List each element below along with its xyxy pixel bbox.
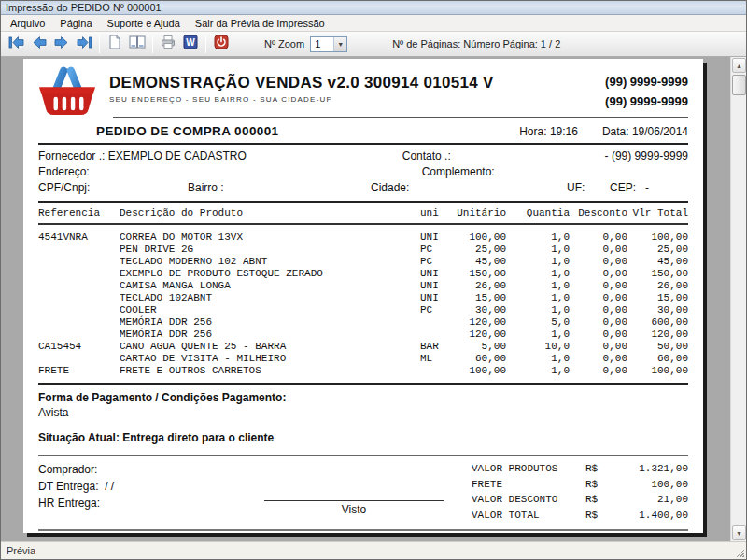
cell-vlr-total: 100,00 [627,231,688,244]
cell-uni [420,329,452,341]
dt-entrega-label: DT Entrega: / / [38,478,236,495]
cell-quantia: 1,0 [506,231,570,244]
cell-uni [420,365,452,377]
cell-desconto: 0,00 [570,341,627,353]
payment-label: Forma de Pagamento / Condições Pagamento… [38,391,688,404]
col-referencia: Referencia [38,207,120,218]
toolbar-separator [205,35,206,53]
cell-referencia: CA15454 [38,341,120,353]
toolbar-separator [99,35,100,53]
comprador-label: Comprador: [38,461,236,478]
total-currency: R$ [585,492,610,508]
total-row: VALOR TOTAL R$ 1.400,00 [472,508,688,524]
export-word-button[interactable]: W [179,35,202,54]
cell-vlr-total: 150,00 [627,268,688,280]
menu-pagina[interactable]: Página [52,17,99,30]
total-row: VALOR DESCONTO R$ 21,00 [472,492,688,508]
phone-2: (99) 9999-9999 [605,91,688,111]
cell-desconto: 0,00 [570,292,627,304]
single-page-view-button[interactable] [104,35,126,54]
scroll-up-button[interactable]: ▲ [732,58,746,73]
next-page-button[interactable] [50,35,73,54]
cell-uni: UNI [420,231,452,244]
toolbar-separator [152,35,153,53]
contato-phone: - (99) 9999-9999 [605,148,688,164]
cell-descricao: FRETE E OUTROS CARRETOS [120,365,420,377]
menu-sair-previa[interactable]: Sair da Prévia de Impressão [188,17,332,30]
zoom-label: Nº Zoom [264,38,304,49]
cell-unitario: 150,00 [452,268,506,280]
cell-uni: PC [420,256,452,268]
cell-unitario: 100,00 [452,365,506,377]
cell-uni: PC [420,244,452,256]
total-label: FRETE [472,477,585,493]
vertical-scrollbar[interactable]: ▲ ▼ [730,57,746,541]
previous-page-button[interactable] [28,35,50,54]
status-text: Prévia [7,545,35,556]
zoom-value: 1 [311,38,333,49]
document-header: DEMONSTRAÇÃO VENDAS v2.0 300914 010514 V… [38,64,688,117]
cell-descricao: TECLADO MODERNO 102 ABNT [120,256,420,268]
cell-uni: BAR [420,341,452,353]
cell-referencia [38,329,120,341]
total-value: 1.400,00 [610,508,688,524]
cell-quantia: 1,0 [506,280,570,292]
cell-desconto: 0,00 [570,329,627,341]
cell-descricao: CORREA DO MOTOR 13VX [120,231,420,244]
svg-text:W: W [186,37,195,48]
company-phones: (99) 9999-9999 (99) 9999-9999 [605,64,688,112]
cell-desconto: 0,00 [570,231,627,244]
print-button[interactable] [157,35,179,54]
cell-descricao: CAMISA MANGA LONGA [120,280,420,292]
cell-referencia [38,316,120,329]
scroll-down-button[interactable]: ▼ [732,525,746,540]
scrollbar-thumb[interactable] [732,75,746,95]
cell-unitario: 5,00 [452,341,506,353]
close-preview-button[interactable] [210,35,233,54]
app-window: Impressão do PEDIDO Nº 000001 Arquivo Pá… [0,0,747,560]
cell-unitario: 60,00 [452,353,506,365]
visto-label: Visto [342,503,366,516]
first-page-button[interactable] [6,35,28,54]
order-title-row: PEDIDO DE COMPRA 000001 Hora: 19:16 Data… [38,118,688,143]
cell-desconto: 0,00 [570,316,627,329]
company-title: DEMONSTRAÇÃO VENDAS v2.0 300914 010514 V [109,74,494,92]
resize-grip[interactable] [734,547,744,557]
cell-desconto: 0,00 [570,268,627,280]
cell-uni: ML [420,353,452,365]
signature-block: Visto [236,461,472,523]
cell-descricao: CANO AGUA QUENTE 25 - BARRA [120,341,420,353]
col-unitario: Unitário [452,207,506,218]
cell-uni: UNI [420,268,452,280]
bairro-label: Bairro : [188,180,371,196]
table-row: TECLADO 102ABNT UNI 15,00 1,0 0,00 15,00 [38,292,688,304]
main-area: W Nº Zoom 1 ▼ Nº de Páginas: Número Pági… [1,32,746,541]
single-page-icon [108,35,121,53]
cell-descricao: MEMÓRIA DDR 256 [120,316,420,329]
cell-uni [420,316,452,329]
hr-entrega-label: HR Entrega: [38,495,236,511]
preview-area: DEMONSTRAÇÃO VENDAS v2.0 300914 010514 V… [1,57,746,541]
cell-unitario: 120,00 [452,316,506,329]
cell-vlr-total: 60,00 [627,353,688,365]
cell-vlr-total: 25,00 [627,244,688,256]
contato-label: Contato .: [402,148,605,164]
cell-quantia: 1,0 [506,329,570,341]
two-pages-icon [129,35,146,53]
table-row: MEMÓRIA DDR 256 120,00 5,0 0,00 600,00 [38,316,688,329]
col-vlr-total: Vlr Total [627,207,688,218]
table-body: 4541VNRA CORREA DO MOTOR 13VX UNI 100,00… [38,225,688,383]
last-page-button[interactable] [73,35,95,54]
cell-vlr-total: 600,00 [627,316,688,329]
basket-logo-icon [38,64,96,117]
zoom-select[interactable]: 1 ▼ [310,36,347,52]
printer-icon [161,35,176,53]
zoom-dropdown-button[interactable]: ▼ [333,37,346,51]
title-bar[interactable]: Impressão do PEDIDO Nº 000001 [1,1,746,15]
menu-suporte[interactable]: Suporte e Ajuda [100,17,188,30]
order-title: PEDIDO DE COMPRA 000001 [96,124,279,138]
menu-arquivo[interactable]: Arquivo [3,17,52,30]
window-title: Impressão do PEDIDO Nº 000001 [6,2,162,13]
two-pages-view-button[interactable] [126,35,148,54]
cell-quantia: 1,0 [506,353,570,365]
